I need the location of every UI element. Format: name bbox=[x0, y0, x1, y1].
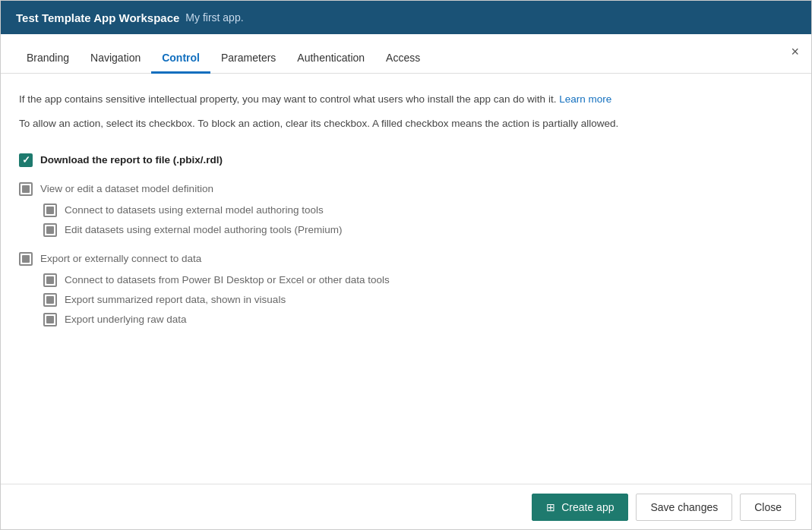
checkbox-label-export-connect: Export or externally connect to data bbox=[40, 253, 201, 264]
tab-branding[interactable]: Branding bbox=[16, 44, 80, 74]
checkbox-label-view-edit-dataset: View or edit a dataset model definition bbox=[40, 183, 213, 194]
checkbox-connect-external[interactable] bbox=[43, 203, 57, 217]
checkbox-row-edit-external: Edit datasets using external model autho… bbox=[19, 223, 793, 237]
close-icon-btn[interactable]: × bbox=[791, 45, 799, 58]
checkbox-row-connect-pbi: Connect to datasets from Power BI Deskto… bbox=[19, 273, 793, 287]
tab-authentication[interactable]: Authentication bbox=[286, 44, 375, 74]
checkbox-section-export: Export or externally connect to data Con… bbox=[19, 252, 793, 327]
spacer bbox=[19, 141, 793, 153]
checkbox-row-download: ✓ Download the report to file (.pbix/.rd… bbox=[19, 153, 793, 167]
checkbox-row-export-underlying: Export underlying raw data bbox=[19, 313, 793, 327]
checkbox-export-connect[interactable] bbox=[19, 252, 33, 266]
create-app-button[interactable]: ⊞ Create app bbox=[532, 494, 628, 521]
tab-navigation[interactable]: Navigation bbox=[80, 44, 151, 74]
checkbox-row-view-edit-dataset: View or edit a dataset model definition bbox=[19, 182, 793, 196]
tabs-bar: Branding Navigation Control Parameters A… bbox=[1, 34, 811, 74]
create-app-label: Create app bbox=[561, 501, 614, 513]
checkmark-icon: ✓ bbox=[22, 155, 30, 165]
checkbox-export-underlying[interactable] bbox=[43, 313, 57, 327]
checkbox-connect-pbi[interactable] bbox=[43, 273, 57, 287]
checkbox-edit-external[interactable] bbox=[43, 223, 57, 237]
info-text-2: To allow an action, select its checkbox.… bbox=[19, 116, 793, 131]
learn-more-link[interactable]: Learn more bbox=[559, 93, 611, 105]
checkbox-label-download: Download the report to file (.pbix/.rdl) bbox=[40, 154, 223, 166]
checkbox-label-export-underlying: Export underlying raw data bbox=[65, 314, 187, 325]
checkbox-row-export-summarized: Export summarized report data, shown in … bbox=[19, 293, 793, 307]
footer: ⊞ Create app Save changes Close bbox=[1, 484, 811, 529]
checkbox-label-edit-external: Edit datasets using external model autho… bbox=[65, 224, 342, 235]
modal-header: Test Template App Workspace My first app… bbox=[1, 1, 811, 34]
checkbox-label-connect-pbi: Connect to datasets from Power BI Deskto… bbox=[65, 274, 390, 286]
checkbox-view-edit-dataset[interactable] bbox=[19, 182, 33, 196]
save-changes-button[interactable]: Save changes bbox=[636, 494, 732, 521]
checkbox-download-report[interactable]: ✓ bbox=[19, 153, 33, 167]
checkbox-label-connect-external: Connect to datasets using external model… bbox=[65, 204, 324, 216]
checkbox-row-export-connect: Export or externally connect to data bbox=[19, 252, 793, 266]
checkbox-section-download: ✓ Download the report to file (.pbix/.rd… bbox=[19, 153, 793, 167]
content-area: If the app contains sensitive intellectu… bbox=[1, 74, 811, 484]
create-icon: ⊞ bbox=[546, 501, 555, 513]
header-title: Test Template App Workspace bbox=[16, 11, 179, 24]
info-text-1: If the app contains sensitive intellectu… bbox=[19, 92, 793, 107]
close-button[interactable]: Close bbox=[740, 494, 796, 521]
tab-parameters[interactable]: Parameters bbox=[210, 44, 286, 74]
checkbox-row-connect-external: Connect to datasets using external model… bbox=[19, 203, 793, 217]
header-subtitle: My first app. bbox=[185, 11, 243, 24]
checkbox-section-dataset: View or edit a dataset model definition … bbox=[19, 182, 793, 237]
tab-access[interactable]: Access bbox=[375, 44, 431, 74]
checkbox-export-summarized[interactable] bbox=[43, 293, 57, 307]
checkbox-label-export-summarized: Export summarized report data, shown in … bbox=[65, 294, 286, 305]
tab-control[interactable]: Control bbox=[151, 44, 210, 74]
modal-container: Test Template App Workspace My first app… bbox=[0, 0, 812, 530]
